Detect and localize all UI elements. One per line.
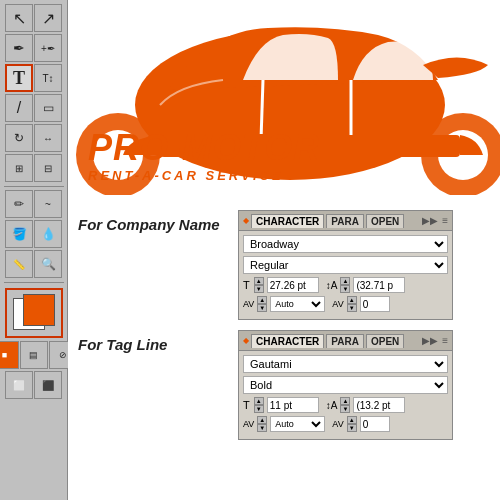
leading-input-1[interactable]: (32.71 p <box>353 277 405 293</box>
misc-tools: 📏 🔍 <box>5 250 62 278</box>
zoom-tool[interactable]: 🔍 <box>34 250 62 278</box>
character-panel-2: ◆ CHARACTER PARA OPEN ▶▶ ≡ Gautami Bold … <box>238 330 453 440</box>
tracking-input-1[interactable]: 0 <box>360 296 390 312</box>
spin-down-1[interactable]: ▼ <box>254 285 264 293</box>
gradient-tool[interactable]: ▤ <box>20 341 48 369</box>
pen-tools: ✒ +✒ <box>5 34 62 62</box>
track-spin-down-1[interactable]: ▼ <box>347 304 357 312</box>
direct-select-tool[interactable]: ↗ <box>34 4 62 32</box>
spin-up-2[interactable]: ▲ <box>254 397 264 405</box>
leading-icon-2: ↕A <box>326 400 338 411</box>
kerning-spinner-1[interactable]: ▲ ▼ <box>257 296 267 312</box>
kerning-select-1[interactable]: Auto <box>270 296 325 312</box>
lead-spin-up-1[interactable]: ▲ <box>340 277 350 285</box>
rectangle-tool[interactable]: ▭ <box>34 94 62 122</box>
company-name-row: For Company Name ◆ CHARACTER PARA OPEN ▶… <box>68 210 500 320</box>
leading-spinner-1[interactable]: ▲ ▼ <box>340 277 350 293</box>
font-size-icon-2: T <box>243 399 250 411</box>
pencil-tool[interactable]: ✏ <box>5 190 33 218</box>
smooth-tool[interactable]: ~ <box>34 190 62 218</box>
kern-spin-up-1[interactable]: ▲ <box>257 296 267 304</box>
arrow-tools: ↖ ↗ <box>5 4 62 32</box>
character-panel-1: ◆ CHARACTER PARA OPEN ▶▶ ≡ Broadway Regu… <box>238 210 453 320</box>
spin-down-2[interactable]: ▼ <box>254 405 264 413</box>
line-tool[interactable]: / <box>5 94 33 122</box>
font-style-select-2[interactable]: Bold <box>243 376 448 394</box>
tracking-spinner-1[interactable]: ▲ ▼ <box>347 296 357 312</box>
rotate-tool[interactable]: ↻ <box>5 124 33 152</box>
add-anchor-tool[interactable]: +✒ <box>34 34 62 62</box>
font-size-input-1[interactable]: 27.26 pt <box>267 277 319 293</box>
tracking-spinner-2[interactable]: ▲ ▼ <box>347 416 357 432</box>
kerning-icon-1: AV <box>243 299 254 309</box>
tagline-label: For Tag Line <box>78 330 238 353</box>
spin-up-1[interactable]: ▲ <box>254 277 264 285</box>
change-screen[interactable]: ⬛ <box>34 371 62 399</box>
font-size-input-2[interactable]: 11 pt <box>267 397 319 413</box>
paint-bucket-tool[interactable]: 🪣 <box>5 220 33 248</box>
tracking-icon-2: AV <box>332 419 343 429</box>
panel-body-1: Broadway Regular T ▲ ▼ 27.26 pt ↕A <box>239 231 452 319</box>
font-size-spinner-2[interactable]: ▲ ▼ <box>254 397 264 413</box>
size-leading-row-2: T ▲ ▼ 11 pt ↕A ▲ ▼ (13.2 pt <box>243 397 448 413</box>
scale-tool[interactable]: ↔ <box>34 124 62 152</box>
tagline-row: For Tag Line ◆ CHARACTER PARA OPEN ▶▶ ≡ … <box>68 330 500 440</box>
kerning-spinner-2[interactable]: ▲ ▼ <box>257 416 267 432</box>
panel-diamond-1: ◆ <box>243 216 249 225</box>
leading-input-2[interactable]: (13.2 pt <box>353 397 405 413</box>
divider-1 <box>4 186 64 187</box>
track-spin-down-2[interactable]: ▼ <box>347 424 357 432</box>
measure-tool[interactable]: 📏 <box>5 250 33 278</box>
leading-spinner-2[interactable]: ▲ ▼ <box>340 397 350 413</box>
color-swatch-area[interactable] <box>5 288 63 338</box>
foreground-color-swatch[interactable] <box>23 294 55 326</box>
kern-spin-down-1[interactable]: ▼ <box>257 304 267 312</box>
tracking-icon-1: AV <box>332 299 343 309</box>
track-spin-up-2[interactable]: ▲ <box>347 416 357 424</box>
track-spin-up-1[interactable]: ▲ <box>347 296 357 304</box>
tab-open-1[interactable]: OPEN <box>366 214 404 228</box>
brand-area: PRO-MOTOR RENT-A-CAR SERVICE <box>88 130 500 183</box>
selection-tool[interactable]: ↖ <box>5 4 33 32</box>
color-tools: 🪣 💧 <box>5 220 62 248</box>
panel-menu-2[interactable]: ▶▶ <box>422 335 438 346</box>
tab-character-2[interactable]: CHARACTER <box>251 334 324 348</box>
panel-options-1[interactable]: ≡ <box>442 215 448 226</box>
warp-tool[interactable]: ⊞ <box>5 154 33 182</box>
tracking-input-2[interactable]: 0 <box>360 416 390 432</box>
lead-spin-down-1[interactable]: ▼ <box>340 285 350 293</box>
font-family-select-1[interactable]: Broadway <box>243 235 448 253</box>
pen-tool[interactable]: ✒ <box>5 34 33 62</box>
free-transform-tool[interactable]: ⊟ <box>34 154 62 182</box>
screen-mode[interactable]: ⬜ <box>5 371 33 399</box>
toggle-color-mode[interactable]: ■ <box>0 341 19 369</box>
size-leading-row-1: T ▲ ▼ 27.26 pt ↕A ▲ ▼ (32.71 p <box>243 277 448 293</box>
brand-name: PRO-MOTOR <box>88 130 500 166</box>
tab-para-2[interactable]: PARA <box>326 334 364 348</box>
panel-options-2[interactable]: ≡ <box>442 335 448 346</box>
font-size-spinner-1[interactable]: ▲ ▼ <box>254 277 264 293</box>
divider-2 <box>4 282 64 283</box>
panels-area: For Company Name ◆ CHARACTER PARA OPEN ▶… <box>68 210 500 500</box>
kerning-icon-2: AV <box>243 419 254 429</box>
font-family-select-2[interactable]: Gautami <box>243 355 448 373</box>
left-toolbar: ↖ ↗ ✒ +✒ T T↕ / ▭ ↻ ↔ ⊞ ⊟ ✏ ~ 🪣 💧 📏 🔍 <box>0 0 68 500</box>
kern-spin-up-2[interactable]: ▲ <box>257 416 267 424</box>
kerning-select-2[interactable]: Auto <box>270 416 325 432</box>
lead-spin-down-2[interactable]: ▼ <box>340 405 350 413</box>
vertical-type-tool[interactable]: T↕ <box>34 64 62 92</box>
leading-icon-1: ↕A <box>326 280 338 291</box>
tab-open-2[interactable]: OPEN <box>366 334 404 348</box>
font-style-select-1[interactable]: Regular <box>243 256 448 274</box>
type-tools: T T↕ <box>5 64 62 92</box>
panel-menu-1[interactable]: ▶▶ <box>422 215 438 226</box>
type-tool[interactable]: T <box>5 64 33 92</box>
tab-para-1[interactable]: PARA <box>326 214 364 228</box>
tracking-kerning-row-2: AV ▲ ▼ Auto AV ▲ ▼ 0 <box>243 416 448 432</box>
kern-spin-down-2[interactable]: ▼ <box>257 424 267 432</box>
eyedropper-tool[interactable]: 💧 <box>34 220 62 248</box>
brand-tagline: RENT-A-CAR SERVICE <box>88 168 500 183</box>
lead-spin-up-2[interactable]: ▲ <box>340 397 350 405</box>
tab-character-1[interactable]: CHARACTER <box>251 214 324 228</box>
shape-tools: / ▭ <box>5 94 62 122</box>
